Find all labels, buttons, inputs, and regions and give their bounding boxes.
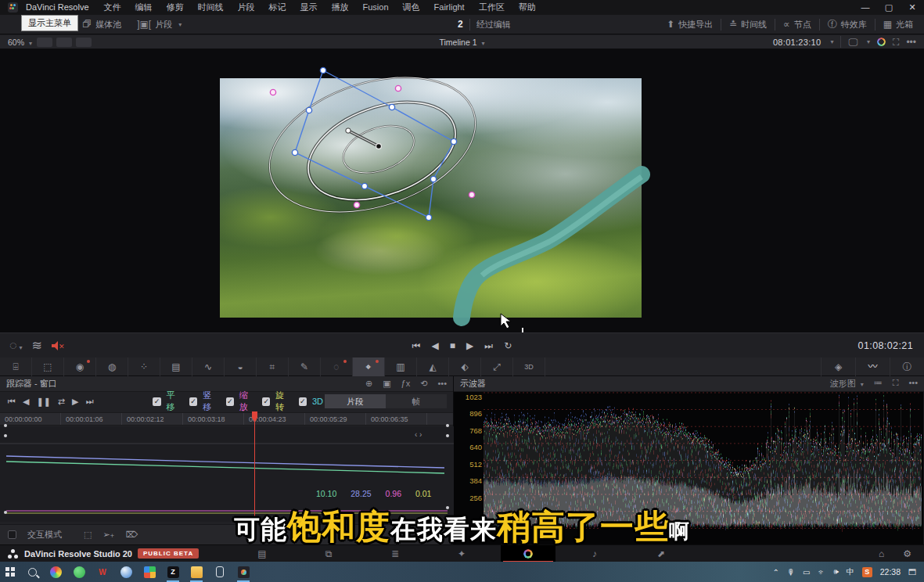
- wifi-icon[interactable]: ᯤ: [818, 568, 825, 577]
- track-forward-button[interactable]: ▶: [72, 397, 78, 407]
- taskbar-app-green[interactable]: [70, 562, 88, 582]
- nodes-toggle[interactable]: ∝ 节点: [775, 19, 819, 31]
- menu-mark[interactable]: 标记: [262, 0, 293, 15]
- split-viewer-button[interactable]: [56, 38, 72, 47]
- fx-mode-icon[interactable]: ƒx: [401, 379, 411, 389]
- track-to-end-button[interactable]: ⏭: [86, 397, 94, 407]
- microphone-icon[interactable]: 🎙: [787, 568, 795, 577]
- power-window-overlay[interactable]: [0, 49, 924, 332]
- keyframe-dot[interactable]: [4, 434, 7, 437]
- menu-clip[interactable]: 片段: [231, 0, 262, 15]
- pause-track-button[interactable]: ❚❚: [36, 397, 50, 407]
- menu-file[interactable]: 文件: [97, 0, 128, 15]
- quick-export-button[interactable]: ⬆ 快捷导出: [659, 19, 721, 31]
- app-logo-icon[interactable]: [8, 2, 18, 13]
- tracker-ruler[interactable]: 00:00:00:00 00:00:01:06 00:00:02:12 00:0…: [0, 412, 453, 426]
- keyframes-icon[interactable]: ◈: [821, 357, 855, 376]
- close-button[interactable]: ✕: [901, 0, 924, 15]
- tilt-checkbox[interactable]: ✓: [189, 397, 197, 406]
- tab-clip[interactable]: 片段: [325, 394, 386, 408]
- tracker-options-icon[interactable]: •••: [437, 379, 447, 389]
- taskbar-davinci-resolve[interactable]: [234, 562, 253, 582]
- menu-timeline[interactable]: 时间线: [191, 0, 231, 15]
- menu-app-name[interactable]: DaVinci Resolve: [24, 0, 97, 15]
- media-pool-toggle[interactable]: 🗇 媒体池: [74, 19, 129, 31]
- skip-end-button[interactable]: ⏭: [484, 340, 493, 351]
- viewer-options-icon[interactable]: •••: [906, 37, 916, 48]
- enhanced-viewer-button[interactable]: [76, 38, 92, 47]
- tab-frame[interactable]: 帧: [386, 394, 447, 408]
- magic-mask-icon[interactable]: ▥: [385, 357, 417, 376]
- taskbar-your-phone[interactable]: [210, 562, 229, 582]
- play-button[interactable]: ▶: [466, 340, 473, 351]
- notification-center-icon[interactable]: 🗔: [908, 568, 916, 577]
- sizing-icon[interactable]: ⤢: [481, 357, 513, 376]
- curves-icon[interactable]: ∿: [192, 357, 225, 376]
- clock[interactable]: 22:38: [880, 567, 901, 577]
- reset-icon[interactable]: ⟲: [420, 379, 427, 389]
- viewer-timecode[interactable]: 08:01:23:10: [773, 38, 821, 47]
- viewer-zoom-select[interactable]: 60% ▾: [0, 38, 37, 47]
- 3d-checkbox[interactable]: ✓: [299, 397, 307, 406]
- power-window-dropdown[interactable]: ◌▾: [9, 339, 23, 353]
- color-wheels-icon[interactable]: ◉: [64, 357, 96, 376]
- hue-curves-icon[interactable]: ◒: [225, 357, 257, 376]
- volume-icon[interactable]: 🕪: [833, 567, 838, 577]
- qualifier-icon[interactable]: ✎: [289, 357, 321, 376]
- menu-playback[interactable]: 播放: [325, 0, 356, 15]
- color-match-icon[interactable]: ⬚: [32, 357, 64, 376]
- battery-icon[interactable]: ▭: [803, 568, 810, 577]
- scope-settings-icon[interactable]: ≔: [874, 378, 883, 390]
- minimize-button[interactable]: —: [854, 0, 877, 15]
- scope-mode-select[interactable]: 波形图 ▾: [830, 378, 864, 390]
- menu-workspace[interactable]: 工作区: [472, 0, 512, 15]
- menu-fusion[interactable]: Fusion: [356, 0, 396, 15]
- keyframe-dot[interactable]: [446, 434, 449, 437]
- menu-view[interactable]: 显示: [293, 0, 325, 15]
- rotate-checkbox[interactable]: ✓: [262, 397, 270, 406]
- tray-expand-icon[interactable]: ⌃: [773, 568, 779, 577]
- color-groups-icon[interactable]: ▤: [160, 357, 192, 376]
- color-viewer-icon[interactable]: [877, 38, 886, 46]
- stop-button[interactable]: ■: [450, 340, 455, 351]
- menu-edit[interactable]: 编辑: [128, 0, 160, 15]
- mute-audio-icon[interactable]: ✕: [52, 341, 64, 350]
- power-window-icon[interactable]: ◌: [321, 357, 353, 376]
- skip-start-button[interactable]: ⏮: [412, 340, 421, 351]
- keyframe-dot[interactable]: [4, 424, 7, 427]
- maximize-button[interactable]: ▢: [877, 0, 901, 15]
- scopes-icon[interactable]: 〰: [855, 357, 890, 376]
- menu-trim[interactable]: 修剪: [160, 0, 191, 15]
- taskbar-app-wps[interactable]: W: [93, 562, 112, 582]
- menu-fairlight[interactable]: Fairlight: [427, 0, 472, 15]
- expand-viewer-icon[interactable]: ⛶: [893, 37, 899, 48]
- lightbox-toggle[interactable]: ▦ 光箱: [875, 19, 924, 31]
- stereo-3d-icon[interactable]: 3D: [513, 357, 545, 376]
- blur-icon[interactable]: ◭: [417, 357, 449, 376]
- zoom-checkbox[interactable]: ✓: [226, 397, 234, 406]
- tracker-icon[interactable]: ⌖: [353, 357, 385, 376]
- taskbar-app-browser[interactable]: [117, 562, 135, 582]
- step-back-button[interactable]: ◀: [432, 340, 439, 351]
- timeline-toggle[interactable]: ≛ 时间线: [721, 19, 775, 31]
- key-icon[interactable]: ⬖: [449, 357, 481, 376]
- pan-checkbox[interactable]: ✓: [153, 397, 160, 406]
- camera-raw-icon[interactable]: ⌹: [0, 357, 32, 376]
- taskbar-app-pinwheel[interactable]: [140, 562, 159, 582]
- taskbar-app-capture[interactable]: Z: [164, 562, 182, 582]
- effects-library-toggle[interactable]: ⓕ 特效库: [820, 18, 875, 31]
- taskbar-file-explorer[interactable]: [187, 562, 206, 582]
- camera-lock-icon[interactable]: ▣: [383, 379, 390, 389]
- loop-button[interactable]: ↻: [504, 340, 512, 351]
- track-point-icon[interactable]: ⊕: [365, 379, 372, 389]
- clip-selector[interactable]: ]▣[ 片段 ▾: [129, 19, 189, 31]
- track-to-start-button[interactable]: ⏮: [8, 397, 16, 407]
- menu-color[interactable]: 调色: [396, 0, 427, 15]
- single-viewer-button[interactable]: [37, 38, 52, 47]
- scope-expand-icon[interactable]: ⛶: [893, 378, 899, 390]
- timeline-name-select[interactable]: Timeline 1 ▾: [440, 38, 485, 47]
- taskbar-app-colorwheel[interactable]: [46, 562, 65, 582]
- start-button[interactable]: [0, 562, 20, 582]
- playhead-timecode[interactable]: 01:08:02:21: [858, 340, 924, 351]
- hdr-grade-icon[interactable]: ◍: [96, 357, 128, 376]
